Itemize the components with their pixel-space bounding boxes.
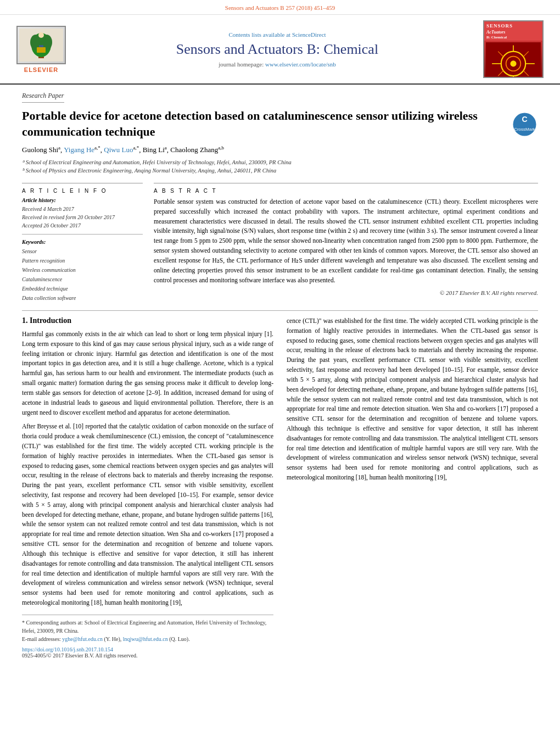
article-info-abstract-section: A R T I C L E I N F O Article history: R… (22, 183, 538, 303)
journal-title-center: Contents lists available at ScienceDirec… (71, 31, 483, 68)
article-title: Portable device for acetone detection ba… (22, 108, 511, 140)
sensors-actuators-logo: SENSORS AcTuators B: Chemical (483, 20, 544, 78)
crossmark-logo[interactable]: C CrossMark (511, 110, 538, 138)
keyword-5: Embedded technique (22, 284, 143, 293)
science-direct-link[interactable]: ScienceDirect (292, 31, 326, 38)
sensors-logo-image (484, 41, 542, 78)
keyword-4: Cataluminescence (22, 275, 143, 284)
authors: Guolong Shia, Yigang Hea,*, Qiwu Luoa,*,… (22, 145, 538, 154)
history-header: Article history: (22, 197, 143, 203)
abstract-text: Portable sensor system was constructed f… (154, 197, 538, 285)
abstract-header: A B S T R A C T (154, 188, 538, 194)
author-yigang-he: Yigang He (64, 146, 94, 154)
author-qiwu-luo: Qiwu Luo (104, 146, 133, 154)
keywords-header: Keywords: (22, 239, 143, 245)
sensors-logo-top: SENSORS AcTuators B: Chemical (484, 21, 542, 41)
received-date: Received 4 March 2017 (22, 205, 143, 213)
elsevier-logo-image (16, 26, 66, 64)
keyword-2: Pattern recognition (22, 256, 143, 265)
doi-link[interactable]: https://doi.org/10.1016/j.snb.2017.10.15… (22, 646, 113, 652)
svg-point-15 (510, 61, 516, 67)
article-title-row: Portable device for acetone detection ba… (22, 108, 538, 140)
footnote-section: * Corresponding authors at: School of El… (22, 615, 273, 643)
article-info-column: A R T I C L E I N F O Article history: R… (22, 183, 143, 303)
elsevier-logo: ELSEVIER (11, 26, 71, 73)
full-divider (22, 310, 538, 311)
abstract-column: A B S T R A C T Portable sensor system w… (154, 183, 538, 303)
journal-homepage: journal homepage: www.elsevier.com/locat… (82, 61, 472, 68)
accepted-date: Accepted 26 October 2017 (22, 221, 143, 230)
body-right-column: cence (CTL)" was established for the fir… (287, 316, 538, 659)
email-link-2[interactable]: lnqjwu@hfut.edu.cn (123, 636, 168, 642)
email-link-1[interactable]: yghe@hfut.edu.cn (62, 636, 103, 642)
main-content: Research Paper Portable device for aceto… (0, 85, 560, 667)
intro-right-text: cence (CTL)" was established for the fir… (287, 316, 538, 483)
divider (22, 234, 143, 235)
copyright-line: © 2017 Elsevier B.V. All rights reserved… (154, 289, 538, 296)
article-type-label: Research Paper (22, 92, 64, 103)
affiliation-a: ᵃ School of Electrical Engineering and A… (22, 158, 538, 167)
issn-line: 0925-4005/© 2017 Elsevier B.V. All right… (22, 652, 273, 659)
top-bar: Sensors and Actuators B 257 (2018) 451–4… (0, 0, 560, 15)
elsevier-label: ELSEVIER (24, 66, 58, 73)
footnote-email: E-mail addresses: yghe@hfut.edu.cn (Y. H… (22, 635, 273, 643)
keywords-list: Sensor Pattern recognition Wireless comm… (22, 247, 143, 303)
homepage-link[interactable]: www.elsevier.com/locate/snb (265, 61, 336, 68)
keyword-1: Sensor (22, 247, 143, 256)
affiliation-b: ᵇ School of Physics and Electronic Engin… (22, 166, 538, 175)
intro-section-title: 1. Introduction (22, 316, 273, 325)
article-history: Article history: Received 4 March 2017 R… (22, 197, 143, 230)
svg-text:C: C (522, 115, 527, 124)
doi-line[interactable]: https://doi.org/10.1016/j.snb.2017.10.15… (22, 646, 273, 652)
keyword-3: Wireless communication (22, 265, 143, 275)
body-content: 1. Introduction Harmful gas commonly exi… (22, 316, 538, 659)
svg-text:CrossMark: CrossMark (514, 127, 536, 132)
affiliations: ᵃ School of Electrical Engineering and A… (22, 158, 538, 176)
journal-main-title: Sensors and Actuators B: Chemical (82, 41, 472, 58)
body-left-column: 1. Introduction Harmful gas commonly exi… (22, 316, 273, 659)
contents-line: Contents lists available at ScienceDirec… (82, 31, 472, 38)
article-info-header: A R T I C L E I N F O (22, 188, 143, 194)
intro-paragraph-1: Harmful gas commonly exists in the air w… (22, 330, 273, 608)
footnote-corresponding: * Corresponding authors at: School of El… (22, 618, 273, 635)
svg-rect-7 (37, 47, 46, 53)
journal-header: ELSEVIER Contents lists available at Sci… (0, 15, 560, 85)
keyword-6: Data collection software (22, 293, 143, 303)
svg-point-5 (38, 32, 44, 38)
keywords-section: Keywords: Sensor Pattern recognition Wir… (22, 239, 143, 303)
received-revised-date: Received in revised form 20 October 2017 (22, 213, 143, 221)
journal-citation-link[interactable]: Sensors and Actuators B 257 (2018) 451–4… (225, 4, 335, 11)
